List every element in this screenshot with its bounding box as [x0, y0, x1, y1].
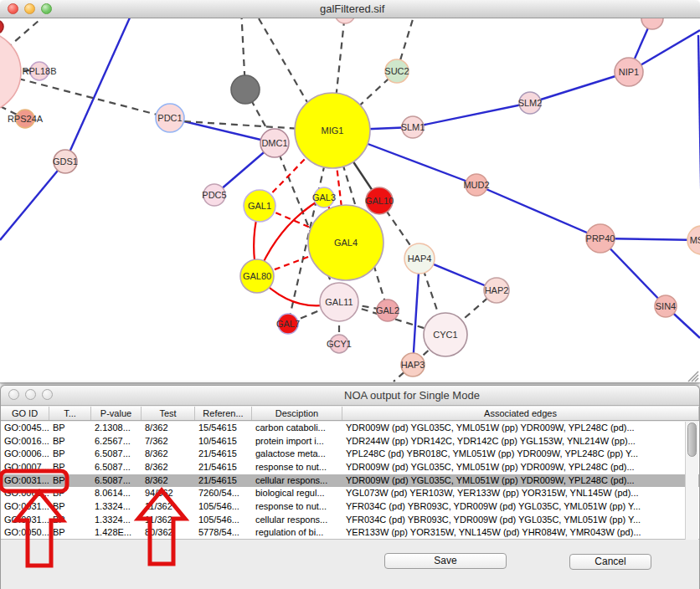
cell: YGL073W (pd) YER103W, YER133W (pp) YOR31…	[342, 487, 699, 500]
node-label: PRP40	[586, 233, 615, 243]
node-label: NIP1	[619, 67, 639, 77]
column-header-p-value[interactable]: P-value	[91, 407, 142, 420]
node-label: GAL4	[334, 238, 358, 248]
column-header-desciption[interactable]: Desciption	[252, 407, 342, 420]
cell: 94/362	[142, 487, 195, 500]
resize-grip-icon[interactable]	[688, 371, 698, 382]
node-pink-large-left[interactable]	[0, 31, 21, 113]
table-row[interactable]: GO:0050...BP1.428E...80/3625778/54...reg…	[1, 526, 699, 540]
column-header-associated-edges[interactable]: Associated edges	[342, 407, 699, 420]
table-header: GO IDT...P-valueTestReferen...Desciption…	[1, 407, 699, 421]
node-label: SLM2	[518, 98, 543, 108]
cell: biological regul...	[252, 487, 342, 500]
cell: GO:0006...	[1, 448, 49, 461]
edge[interactable]	[530, 72, 629, 103]
node-label: DMC1	[261, 138, 287, 148]
cell: 21/54615	[195, 474, 252, 488]
cell: BP	[49, 514, 91, 527]
cell: response to nut...	[252, 500, 342, 514]
minimize-icon[interactable]	[24, 3, 35, 14]
node-label: HAP4	[408, 254, 432, 264]
cell: YDR009W (pd) YGL035C, YML051W (pp) YDR00…	[342, 461, 699, 474]
column-header-referen[interactable]: Referen...	[195, 407, 252, 420]
node-label: GAL2	[376, 305, 399, 315]
network-canvas[interactable]: RPL18BRPS24AGDS1PDC1MIG1DMC1SUC2SLM1SLM2…	[0, 18, 700, 383]
cell: 8/362	[142, 422, 195, 435]
save-button[interactable]: Save	[384, 553, 507, 569]
cell: 11/362	[142, 514, 195, 527]
close-icon[interactable]	[8, 389, 19, 400]
cell: 21/54615	[195, 448, 252, 461]
table-row[interactable]: GO:0031...BP6.5087...8/36221/54615cellul…	[1, 474, 699, 488]
table-row[interactable]: GO:0045...BP2.1308...8/36215/54615carbon…	[1, 422, 699, 435]
column-header-test[interactable]: Test	[142, 407, 195, 420]
node-label: MSL5	[690, 235, 700, 245]
cell: 8/362	[142, 448, 195, 461]
edge[interactable]	[600, 238, 700, 240]
cell: 10/54615	[195, 435, 252, 448]
cell: BP	[49, 435, 91, 448]
network-graph[interactable]: RPL18BRPS24AGDS1PDC1MIG1DMC1SUC2SLM1SLM2…	[0, 18, 700, 383]
cell: YDR009W (pd) YGL035C, YML051W (pp) YDR00…	[342, 422, 699, 435]
edge[interactable]	[0, 161, 65, 240]
cell: 105/546...	[195, 500, 252, 514]
cell: BP	[49, 461, 91, 474]
table-row[interactable]: GO:0007...BP6.5087...8/36221/54615respon…	[1, 461, 699, 474]
vertical-scrollbar[interactable]	[685, 422, 698, 540]
table-row[interactable]: GO:0016...BP6.2567...7/36210/54615protei…	[1, 435, 699, 448]
node-gray-node[interactable]	[231, 75, 260, 104]
cell: 1.428E...	[91, 526, 142, 540]
network-titlebar[interactable]: galFiltered.sif	[0, 0, 700, 18]
table-body[interactable]: GO:0045...BP2.1308...8/36215/54615carbon…	[1, 422, 699, 540]
table-row[interactable]: GO:0065...BP8.0614...94/3627260/54...bio…	[1, 487, 699, 500]
edge[interactable]	[65, 18, 134, 161]
scrollbar-thumb[interactable]	[687, 423, 697, 457]
cell: GO:0031...	[1, 474, 49, 488]
column-header-go-id[interactable]: GO ID	[1, 407, 49, 420]
cell: YDR244W (pp) YDR142C, YDR142C (pp) YGL15…	[342, 435, 699, 448]
noa-titlebar[interactable]: NOA output for Single Mode	[1, 386, 699, 406]
cell: BP	[49, 474, 91, 488]
cell: GO:0007...	[1, 461, 49, 474]
cell: regulation of bi...	[252, 526, 342, 540]
cell: 21/54615	[195, 461, 252, 474]
node-label: HAP2	[485, 285, 509, 295]
node-label: CYC1	[433, 330, 457, 340]
zoom-icon[interactable]	[42, 389, 53, 400]
cell: YDR009W (pd) YGL035C, YML051W (pp) YDR00…	[342, 474, 699, 488]
table-row[interactable]: GO:0031...BP1.3324...11/362105/546...res…	[1, 500, 699, 514]
cell: galactose meta...	[252, 448, 342, 461]
cell: protein import i...	[252, 435, 342, 448]
column-header-t[interactable]: T...	[49, 407, 91, 420]
cell: 1.3324...	[91, 500, 142, 514]
zoom-icon[interactable]	[41, 3, 52, 14]
cell: 1.3324...	[91, 514, 142, 527]
node-label: MUD2	[463, 180, 489, 190]
edge[interactable]	[253, 18, 308, 104]
node-label: RPS24A	[8, 114, 44, 124]
cell: 2.1308...	[91, 422, 142, 435]
table-row[interactable]: GO:0006...BP6.5087...8/36221/54615galact…	[1, 448, 699, 461]
node-label: GAL11	[325, 297, 353, 307]
table-row[interactable]: GO:0031...BP1.3324...11/362105/546...cel…	[1, 514, 699, 527]
cell: 6.2567...	[91, 435, 142, 448]
cell: 6.5087...	[91, 448, 142, 461]
edge[interactable]	[476, 185, 600, 238]
node-pink-top[interactable]	[335, 18, 355, 23]
edge[interactable]	[413, 103, 530, 127]
close-icon[interactable]	[8, 3, 18, 14]
node-red-partial[interactable]	[0, 20, 3, 33]
cell: GO:0031...	[1, 514, 49, 527]
edge[interactable]	[413, 259, 419, 365]
network-window: galFiltered.sif RPL18BRPS24AGDS1PDC1MIG1…	[0, 0, 700, 383]
cell: YFR034C (pd) YBR093C, YDR009W (pd) YGL03…	[342, 500, 699, 514]
cell: GO:0045...	[1, 422, 49, 435]
minimize-icon[interactable]	[25, 389, 36, 400]
noa-window: NOA output for Single Mode GO IDT...P-va…	[0, 385, 700, 589]
cancel-button[interactable]: Cancel	[569, 554, 651, 570]
node-pink-topright[interactable]	[641, 18, 663, 29]
cell: 105/546...	[195, 514, 252, 527]
noa-window-title: NOA output for Single Mode	[344, 389, 480, 402]
node-label: PDC1	[157, 113, 182, 123]
cell: GO:0050...	[1, 526, 49, 540]
